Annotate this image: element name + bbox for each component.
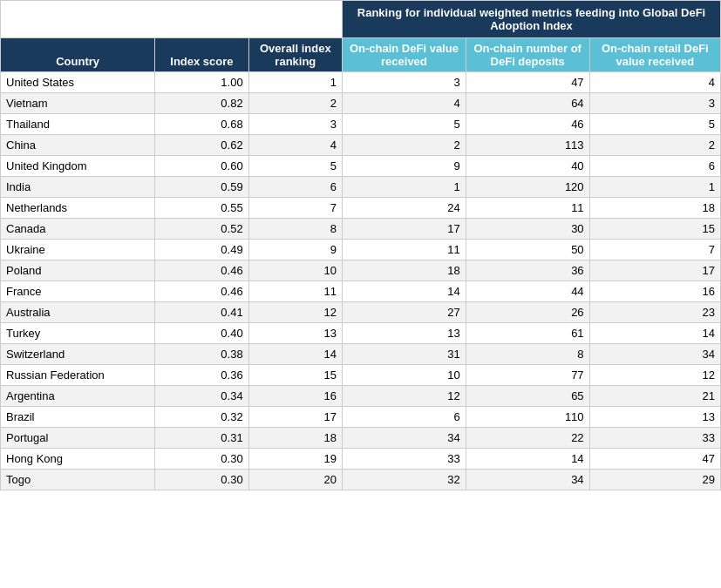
num-cell: 2: [589, 135, 720, 156]
num-cell: 17: [248, 407, 342, 428]
header-empty-span: [1, 1, 343, 38]
num-cell: 1: [248, 72, 342, 93]
num-cell: 17: [589, 260, 720, 281]
num-cell: 20: [248, 470, 342, 490]
table-row: India0.59611201: [1, 177, 721, 198]
num-cell: 113: [466, 135, 589, 156]
num-cell: 9: [248, 240, 342, 260]
num-cell: 11: [466, 198, 589, 219]
table-row: China0.62421132: [1, 135, 721, 156]
num-cell: 29: [589, 470, 720, 490]
num-cell: 17: [343, 219, 466, 240]
ranking-title: Ranking for individual weighted metrics …: [343, 1, 721, 38]
num-cell: 15: [248, 365, 342, 386]
num-cell: 36: [466, 260, 589, 281]
num-cell: 30: [466, 219, 589, 240]
num-cell: 10: [248, 260, 342, 281]
country-cell: India: [1, 177, 155, 198]
num-cell: 8: [248, 219, 342, 240]
num-cell: 9: [343, 156, 466, 177]
table-row: Canada0.528173015: [1, 219, 721, 240]
num-cell: 0.40: [155, 323, 248, 344]
num-cell: 0.82: [155, 93, 248, 114]
num-cell: 34: [589, 344, 720, 365]
num-cell: 13: [589, 407, 720, 428]
num-cell: 14: [248, 344, 342, 365]
num-cell: 0.62: [155, 135, 248, 156]
num-cell: 11: [248, 281, 342, 302]
table-row: Brazil0.3217611013: [1, 407, 721, 428]
country-cell: Portugal: [1, 428, 155, 449]
country-cell: Hong Kong: [1, 449, 155, 470]
country-cell: China: [1, 135, 155, 156]
num-cell: 0.31: [155, 428, 248, 449]
num-cell: 0.55: [155, 198, 248, 219]
table-row: Ukraine0.49911507: [1, 240, 721, 260]
table-row: Vietnam0.8224643: [1, 93, 721, 114]
country-cell: Russian Federation: [1, 365, 155, 386]
num-cell: 47: [466, 72, 589, 93]
country-cell: Turkey: [1, 323, 155, 344]
num-cell: 13: [248, 323, 342, 344]
num-cell: 3: [248, 114, 342, 135]
num-cell: 77: [466, 365, 589, 386]
num-cell: 34: [466, 470, 589, 490]
main-table: Ranking for individual weighted metrics …: [0, 0, 721, 490]
num-cell: 26: [466, 302, 589, 323]
num-cell: 1: [589, 177, 720, 198]
num-cell: 7: [248, 198, 342, 219]
num-cell: 0.38: [155, 344, 248, 365]
num-cell: 10: [343, 365, 466, 386]
num-cell: 3: [343, 72, 466, 93]
num-cell: 0.52: [155, 219, 248, 240]
num-cell: 6: [343, 407, 466, 428]
table-row: Netherlands0.557241118: [1, 198, 721, 219]
num-cell: 50: [466, 240, 589, 260]
num-cell: 34: [343, 428, 466, 449]
num-cell: 21: [589, 386, 720, 407]
table-row: United Kingdom0.6059406: [1, 156, 721, 177]
num-cell: 0.34: [155, 386, 248, 407]
num-cell: 33: [589, 428, 720, 449]
num-cell: 0.59: [155, 177, 248, 198]
table-row: Argentina0.3416126521: [1, 386, 721, 407]
num-cell: 4: [248, 135, 342, 156]
country-cell: United Kingdom: [1, 156, 155, 177]
num-cell: 18: [343, 260, 466, 281]
num-cell: 5: [589, 114, 720, 135]
num-cell: 1.00: [155, 72, 248, 93]
num-cell: 6: [589, 156, 720, 177]
country-cell: Thailand: [1, 114, 155, 135]
num-cell: 24: [343, 198, 466, 219]
num-cell: 12: [248, 302, 342, 323]
num-cell: 40: [466, 156, 589, 177]
num-cell: 16: [248, 386, 342, 407]
country-cell: Togo: [1, 470, 155, 490]
country-cell: Poland: [1, 260, 155, 281]
num-cell: 15: [589, 219, 720, 240]
num-cell: 27: [343, 302, 466, 323]
table-row: Australia0.4112272623: [1, 302, 721, 323]
num-cell: 61: [466, 323, 589, 344]
header-row-1: Ranking for individual weighted metrics …: [1, 1, 721, 38]
col-onchain-defi-header: On-chain DeFi value received: [343, 38, 466, 72]
table-row: Poland0.4610183617: [1, 260, 721, 281]
num-cell: 0.32: [155, 407, 248, 428]
num-cell: 7: [589, 240, 720, 260]
num-cell: 44: [466, 281, 589, 302]
country-cell: United States: [1, 72, 155, 93]
table-row: Switzerland0.381431834: [1, 344, 721, 365]
num-cell: 18: [248, 428, 342, 449]
num-cell: 65: [466, 386, 589, 407]
num-cell: 12: [589, 365, 720, 386]
table-row: Turkey0.4013136114: [1, 323, 721, 344]
num-cell: 2: [248, 93, 342, 114]
table-row: Portugal0.3118342233: [1, 428, 721, 449]
header-row-2: Country Index score Overall index rankin…: [1, 38, 721, 72]
country-cell: Ukraine: [1, 240, 155, 260]
num-cell: 0.30: [155, 470, 248, 490]
num-cell: 64: [466, 93, 589, 114]
num-cell: 5: [343, 114, 466, 135]
num-cell: 12: [343, 386, 466, 407]
num-cell: 1: [343, 177, 466, 198]
